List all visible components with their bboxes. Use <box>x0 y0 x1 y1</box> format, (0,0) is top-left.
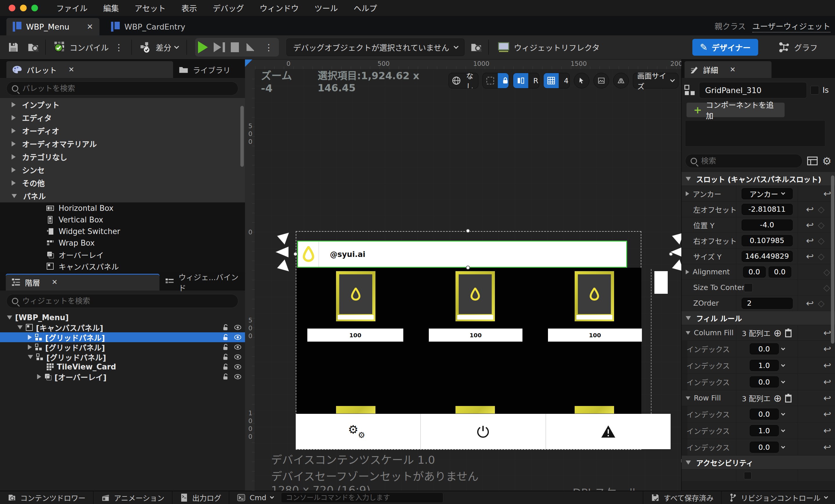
flip-icon[interactable] <box>513 73 528 88</box>
details-search[interactable] <box>685 154 802 168</box>
palette-item-wrap-box[interactable]: Wrap Box <box>0 237 245 249</box>
palette-scrollbar[interactable] <box>240 106 244 167</box>
details-scrollbar[interactable] <box>831 176 834 344</box>
palette-search[interactable] <box>6 81 238 95</box>
rtl-toggle-button[interactable]: R <box>528 73 539 88</box>
menu-asset[interactable]: アセット <box>127 2 174 14</box>
tab-wbp-cardentry[interactable]: WBP_CardEntry <box>105 18 192 35</box>
traffic-light-zoom[interactable] <box>31 5 38 11</box>
grid-snap-value[interactable]: 4 <box>559 73 570 88</box>
diff-button[interactable]: 差分 <box>137 41 181 53</box>
menu-view[interactable]: 表示 <box>174 2 205 14</box>
reset-icon[interactable]: ↩ <box>806 236 814 245</box>
index-value-input[interactable]: 1.0 <box>750 425 779 436</box>
reset-icon[interactable]: ↩ <box>806 220 814 230</box>
tab-wbp-menu[interactable]: WBP_Menu ✕ <box>6 18 99 35</box>
tab-hierarchy[interactable]: 階層 ✕ <box>6 274 160 290</box>
index-value-input[interactable]: 0.0 <box>750 442 779 453</box>
tree-node-wbp-menu[interactable]: [WBP_Menu] <box>0 313 245 322</box>
palette-item-overlay[interactable]: オーバーレイ <box>0 249 245 260</box>
palette-category-uncategorized[interactable]: カテゴリなし <box>0 150 245 163</box>
visibility-icon[interactable] <box>234 324 242 331</box>
lock-icon[interactable] <box>222 324 229 331</box>
bind-diamond-icon[interactable]: ◇ <box>818 205 824 214</box>
close-panel-icon[interactable]: ✕ <box>68 65 74 74</box>
index-value-input[interactable]: 0.0 <box>750 377 779 387</box>
menu-window[interactable]: ウィンドウ <box>252 2 306 14</box>
animation-button[interactable]: アニメーション <box>94 491 172 504</box>
resize-diagonal-icon[interactable] <box>679 452 681 465</box>
close-panel-icon[interactable]: ✕ <box>52 278 57 286</box>
details-search-input[interactable] <box>701 157 797 165</box>
save-icon[interactable] <box>7 41 19 53</box>
add-element-icon[interactable]: ⊕ <box>774 393 782 403</box>
power-menu-cell[interactable] <box>421 414 546 449</box>
reset-icon[interactable]: ↩ <box>806 205 814 214</box>
traffic-light-close[interactable] <box>9 5 15 11</box>
palette-category-panel[interactable]: パネル <box>0 189 245 202</box>
left-offset-input[interactable]: -2.810811 <box>742 204 793 215</box>
content-drawer-button[interactable]: コンテンツドロワー <box>0 491 93 504</box>
tab-details[interactable]: 詳細 ✕ <box>685 61 772 78</box>
size-to-content-checkbox[interactable] <box>744 283 753 292</box>
visibility-icon[interactable] <box>234 353 242 361</box>
revision-control-dropdown[interactable]: リビジョンコントロール <box>721 491 835 504</box>
play-to-icon[interactable] <box>245 42 256 53</box>
tileview-scrollbar[interactable] <box>654 271 668 294</box>
grid-snap-icon[interactable] <box>544 73 559 88</box>
palette-category-editor[interactable]: エディタ <box>0 111 245 124</box>
chevron-down-icon[interactable] <box>781 346 785 350</box>
display-filter-icon[interactable] <box>807 156 818 166</box>
tree-node-grid-panel-selected[interactable]: [グリッドパネル] <box>0 332 245 342</box>
widget-reflector-button[interactable]: ウィジェットリフレクタ <box>494 41 603 53</box>
index-value-input[interactable]: 1.0 <box>750 360 779 371</box>
add-element-icon[interactable]: ⊕ <box>774 328 782 338</box>
console-command-input[interactable] <box>281 492 443 503</box>
settings-menu-cell[interactable]: ⚙⚙ <box>296 414 421 449</box>
close-panel-icon[interactable]: ✕ <box>730 65 736 74</box>
debug-object-dropdown[interactable]: デバッグオブジェクトが選択されていません <box>286 39 465 56</box>
palette-item-vertical-box[interactable]: Vertical Box <box>0 214 245 226</box>
preview-background-button[interactable] <box>593 73 609 88</box>
lock-icon[interactable] <box>222 373 229 381</box>
bind-diamond-icon[interactable]: ◇ <box>823 283 830 292</box>
chevron-down-icon[interactable] <box>781 379 785 383</box>
step-icon[interactable] <box>214 42 225 52</box>
reset-icon[interactable]: ↩ <box>823 394 831 403</box>
trash-icon[interactable] <box>785 394 792 403</box>
play-icon[interactable] <box>198 41 208 53</box>
reset-icon[interactable]: ↩ <box>823 328 831 338</box>
output-log-button[interactable]: 出力ログ <box>172 491 229 504</box>
size-y-input[interactable]: 146.449829 <box>742 251 793 262</box>
design-canvas[interactable]: ズーム -4 選択項目:1,924.62 x 146.45 なし <box>255 69 681 491</box>
right-offset-input[interactable]: 0.107985 <box>742 235 793 246</box>
settings-gear-icon[interactable]: ⚙ <box>822 155 832 167</box>
palette-category-other[interactable]: その他 <box>0 176 245 189</box>
anchor-arrows-right[interactable] <box>669 228 681 277</box>
reset-icon[interactable]: ↩ <box>823 443 831 452</box>
palette-category-audio[interactable]: オーディオ <box>0 124 245 137</box>
palette-category-synth[interactable]: シンセ <box>0 163 245 176</box>
compile-options-icon[interactable]: ⋮ <box>111 42 126 53</box>
graph-mode-button[interactable]: グラフ <box>772 41 824 53</box>
resize-handle[interactable] <box>466 229 470 233</box>
reset-icon[interactable]: ↩ <box>823 426 831 435</box>
menu-debug[interactable]: デバッグ <box>205 2 252 14</box>
tree-node-grid-panel-2[interactable]: [グリッドパネル] <box>0 342 245 352</box>
lock-icon[interactable] <box>222 343 229 351</box>
bind-diamond-icon[interactable]: ◇ <box>818 236 824 245</box>
chevron-down-icon[interactable] <box>781 411 785 415</box>
alignment-y-input[interactable]: 0.0 <box>769 266 791 278</box>
bind-diamond-icon[interactable]: ◇ <box>823 268 830 276</box>
pos-y-input[interactable]: -4.0 <box>742 220 793 230</box>
globe-icon[interactable] <box>449 73 464 88</box>
tab-palette[interactable]: パレット ✕ <box>6 61 173 78</box>
index-value-input[interactable]: 0.0 <box>750 409 779 420</box>
resize-handle[interactable] <box>466 266 470 270</box>
browse-debug-icon[interactable] <box>470 41 483 53</box>
card-widget[interactable] <box>336 271 375 321</box>
trash-icon[interactable] <box>785 328 792 337</box>
browse-asset-icon[interactable] <box>27 41 40 53</box>
visibility-icon[interactable] <box>234 343 242 351</box>
localization-none-button[interactable]: なし <box>464 73 478 88</box>
